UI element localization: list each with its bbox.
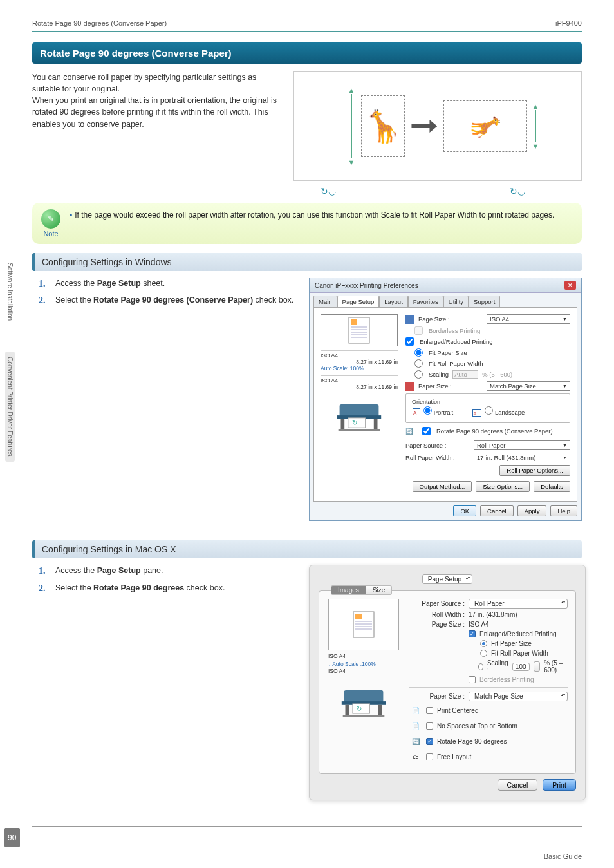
svg-rect-9 [341,419,345,430]
landscape-radio[interactable] [485,406,493,415]
giraffe-icon: 🦒 [364,108,402,145]
page-header: Rotate Page 90 degrees (Converse Paper) … [32,19,582,32]
svg-rect-15 [355,614,362,619]
windows-dialog: Canon iPFxxxx Printing Preferences ✕ Mai… [309,278,582,521]
no-spaces-icon: 📄 [409,719,422,732]
help-button[interactable]: Help [550,505,577,516]
output-method-button[interactable]: Output Method... [413,481,472,492]
print-centered-checkbox[interactable] [426,707,433,714]
fit-roll-radio[interactable] [414,359,423,368]
sidebar-item-software[interactable]: Software Installation [5,258,15,326]
preview-doc-icon [348,317,370,344]
tab-size[interactable]: Size [366,585,392,595]
scaling-spinner: Auto [452,370,478,379]
free-layout-checkbox[interactable] [426,753,433,760]
printer-icon: ↻ [339,685,388,720]
paper-source-select[interactable]: Roll Paper▼ [474,440,570,450]
preview-doc-icon [353,611,375,638]
svg-rect-10 [374,419,378,430]
mac-subtitle: Configuring Settings in Mac OS X [32,540,582,558]
scaling-radio[interactable] [414,370,423,379]
defaults-button[interactable]: Defaults [534,481,570,492]
dialog-title: Canon iPFxxxx Printing Preferences [315,282,418,289]
roll-marker-icon: ↻◡ [321,186,336,196]
rotate-90-checkbox[interactable] [422,427,431,435]
enlarged-checkbox[interactable]: ✓ [469,630,476,637]
print-centered-icon: 📄 [409,704,422,717]
tab-layout[interactable]: Layout [379,296,408,307]
note-label: Note [43,230,58,238]
intro-text: You can conserve roll paper by specifyin… [32,71,283,130]
svg-rect-20 [344,690,384,703]
free-layout-icon: 🗂 [409,750,422,763]
size-options-button[interactable]: Size Options... [476,481,530,492]
roll-marker-icon: ↻◡ [510,186,525,196]
borderless-checkbox [414,326,423,335]
preview-column: ISO A4 : 8.27 in x 11.69 in Auto Scale: … [321,314,398,495]
cancel-button[interactable]: Cancel [498,779,538,791]
svg-rect-11 [339,429,380,431]
tab-images[interactable]: Images [331,585,366,595]
scaling-radio[interactable] [478,663,483,670]
arrow-icon [411,120,437,133]
rotation-diagram: ▲▼ 🦒 🦒 ▲▼ [293,71,582,181]
paper-size-icon [405,382,414,391]
footer: Basic Guide [32,826,582,860]
roll-width-select[interactable]: 17-in. Roll (431.8mm)▼ [474,453,570,462]
no-spaces-checkbox[interactable] [426,722,433,730]
fit-roll-radio[interactable] [480,650,487,657]
rotate-icon: 🔄 [409,735,422,748]
fit-paper-radio[interactable] [414,348,423,357]
portrait-radio[interactable] [423,406,432,415]
tab-main[interactable]: Main [313,296,337,307]
svg-rect-23 [378,704,382,715]
note-text: If the page would exceed the roll paper … [75,211,554,220]
header-left: Rotate Page 90 degrees (Converse Paper) [32,19,167,27]
roll-options-button[interactable]: Roll Paper Options... [499,465,570,476]
page-number: 90 [4,828,20,847]
svg-rect-22 [346,704,349,715]
enlarged-checkbox[interactable] [405,337,414,346]
borderless-checkbox [469,676,476,683]
apply-button[interactable]: Apply [517,505,547,516]
scaling-input[interactable]: 100 [512,663,530,671]
section-title: Rotate Page 90 degrees (Converse Paper) [32,42,582,64]
mac-preview: ISO A4 ↓ Auto Scale :100% ISO A4 [328,599,399,724]
sidebar-tabs: Software Installation Convenient Printer… [5,258,15,580]
printer-icon: ↻ [335,399,384,434]
tab-utility[interactable]: Utility [443,296,469,307]
svg-rect-1 [351,319,357,325]
paper-size-select[interactable]: Match Page Size▼ [487,381,570,391]
note-box: ✎ Note •If the page would exceed the rol… [32,203,582,244]
svg-rect-7 [340,404,379,417]
rotate-icon: 🔄 [405,428,418,435]
rotate-90-checkbox[interactable]: ✓ [426,738,433,745]
tab-page-setup[interactable]: Page Setup [337,296,380,307]
close-icon[interactable]: ✕ [564,281,576,290]
windows-subtitle: Configuring Settings in Windows [32,253,582,271]
sidebar-item-features[interactable]: Convenient Printer Driver Features [5,352,15,462]
header-right: iPF9400 [555,19,582,27]
page-size-icon [405,315,414,324]
svg-text:↻: ↻ [352,419,357,426]
giraffe-rotated-icon: 🦒 [470,110,501,142]
tab-support[interactable]: Support [469,296,500,307]
page-size-select[interactable]: ISO A4▼ [487,314,570,324]
mac-dialog: Page Setup Images Size [309,565,586,800]
fit-paper-radio[interactable] [480,640,487,647]
pane-selector[interactable]: Page Setup [422,574,472,584]
print-button[interactable]: Print [543,779,576,791]
svg-rect-24 [343,715,385,717]
tab-favorites[interactable]: Favorites [408,296,443,307]
note-icon: ✎ [41,209,60,229]
paper-source-select[interactable]: Roll Paper [469,599,568,609]
svg-text:↻: ↻ [357,705,362,712]
scaling-stepper[interactable] [534,661,541,672]
paper-size-select[interactable]: Match Page Size [469,692,568,701]
cancel-button[interactable]: Cancel [480,505,514,516]
ok-button[interactable]: OK [453,505,476,516]
